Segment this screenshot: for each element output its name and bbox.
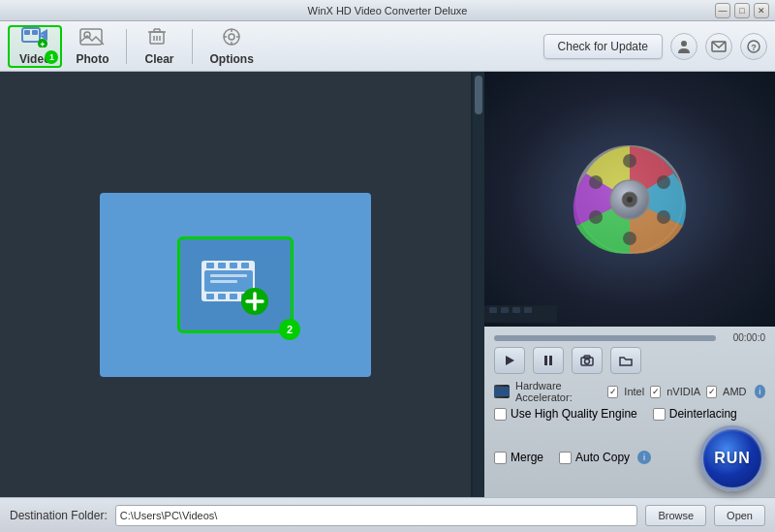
nvidia-label: nVIDIA <box>666 386 700 397</box>
options-label: Options <box>210 52 254 66</box>
clear-icon <box>147 26 170 50</box>
svg-marker-57 <box>506 356 514 365</box>
svg-rect-59 <box>549 356 552 365</box>
video-icon: + <box>21 26 48 50</box>
add-video-badge: 2 <box>279 319 300 340</box>
intel-checkbox[interactable] <box>607 386 618 398</box>
minimize-button[interactable]: — <box>715 3 730 18</box>
right-panel: 00:00:0 <box>484 72 775 497</box>
options-button[interactable]: Options <box>201 25 264 68</box>
pause-button[interactable] <box>533 347 564 374</box>
clear-label: Clear <box>144 52 173 66</box>
deinterlacing-label: Deinterlacing <box>669 407 737 421</box>
destination-input[interactable] <box>115 505 638 526</box>
svg-point-43 <box>623 154 636 168</box>
high-quality-checkbox[interactable] <box>494 408 507 421</box>
high-quality-label: Use High Quality Engine <box>511 407 637 421</box>
svg-rect-54 <box>501 307 509 313</box>
auto-copy-checkbox[interactable] <box>559 452 572 464</box>
photo-button[interactable]: Photo <box>66 25 118 68</box>
svg-text:?: ? <box>751 43 757 52</box>
merge-row: Merge <box>494 451 543 464</box>
video-badge: 1 <box>45 50 58 64</box>
svg-rect-31 <box>241 263 249 268</box>
svg-rect-1 <box>24 30 30 35</box>
close-button[interactable]: ✕ <box>754 3 769 18</box>
svg-point-18 <box>229 34 234 40</box>
svg-rect-7 <box>80 29 102 45</box>
svg-point-51 <box>627 197 633 203</box>
deinterlacing-checkbox[interactable] <box>653 408 666 421</box>
svg-rect-28 <box>206 263 214 268</box>
bottom-bar: Destination Folder: Browse Open <box>0 497 775 532</box>
photo-icon <box>79 26 105 50</box>
svg-point-45 <box>657 210 670 224</box>
amd-checkbox[interactable] <box>706 386 717 398</box>
hw-accelerator-label: Hardware Accelerator: <box>515 380 602 403</box>
browse-button[interactable]: Browse <box>645 505 706 526</box>
intel-label: Intel <box>624 386 644 397</box>
help-icon-button[interactable]: ? <box>740 33 767 60</box>
add-video-box[interactable]: 2 <box>177 236 294 333</box>
svg-rect-29 <box>218 263 226 268</box>
toolbar-separator-1 <box>126 29 127 64</box>
svg-rect-58 <box>544 356 547 365</box>
video-drop-area[interactable]: 2 <box>0 72 473 497</box>
deinterlacing-row: Deinterlacing <box>653 407 737 421</box>
film-strip-tail <box>484 297 562 327</box>
window-controls: — □ ✕ <box>715 3 769 18</box>
svg-point-61 <box>585 360 590 364</box>
preview-area <box>484 72 775 327</box>
left-section: 2 <box>0 72 484 497</box>
svg-point-44 <box>657 175 670 189</box>
svg-rect-37 <box>210 274 247 277</box>
svg-point-46 <box>623 232 636 245</box>
folder-button[interactable] <box>610 347 641 374</box>
svg-rect-33 <box>218 294 226 299</box>
progress-bar[interactable] <box>494 335 716 341</box>
video-button[interactable]: + Video 1 <box>8 25 62 68</box>
auto-copy-row: Auto Copy i <box>559 451 651 464</box>
clear-button[interactable]: Clear <box>135 25 183 68</box>
open-button[interactable]: Open <box>714 505 765 526</box>
scroll-thumb[interactable] <box>475 76 482 114</box>
auto-copy-info-icon[interactable]: i <box>637 451 651 464</box>
amd-label: AMD <box>723 386 746 397</box>
play-button[interactable] <box>494 347 525 374</box>
svg-rect-34 <box>230 294 237 299</box>
hw-info-icon[interactable]: i <box>755 385 765 398</box>
svg-point-23 <box>681 41 687 47</box>
merge-label: Merge <box>511 451 543 464</box>
run-button[interactable]: RUN <box>699 425 765 491</box>
film-reel-icon <box>567 137 693 263</box>
playback-controls <box>494 347 765 374</box>
photo-label: Photo <box>76 52 108 66</box>
svg-rect-55 <box>512 307 520 313</box>
svg-rect-38 <box>210 280 237 283</box>
maximize-button[interactable]: □ <box>734 3 750 18</box>
check-update-button[interactable]: Check for Update <box>543 34 663 59</box>
options-icon <box>220 26 243 50</box>
svg-point-48 <box>589 175 603 189</box>
toolbar-separator-2 <box>192 29 193 64</box>
window-title: WinX HD Video Converter Deluxe <box>308 5 468 16</box>
options-row-2: Merge Auto Copy i RUN <box>494 425 765 491</box>
nvidia-checkbox[interactable] <box>650 386 661 398</box>
options-row-1: Use High Quality Engine Deinterlacing <box>494 407 765 422</box>
controls-area: 00:00:0 <box>484 327 775 497</box>
progress-row: 00:00:0 <box>494 332 765 343</box>
auto-copy-label: Auto Copy <box>575 451 630 464</box>
time-display: 00:00:0 <box>722 332 765 343</box>
user-icon-button[interactable] <box>670 33 698 60</box>
svg-rect-53 <box>489 307 497 313</box>
snapshot-button[interactable] <box>572 347 603 374</box>
email-icon-button[interactable] <box>705 33 732 60</box>
drop-zone[interactable]: 2 <box>100 193 371 377</box>
left-scrollbar[interactable] <box>473 72 484 497</box>
hw-accelerator-row: Hardware Accelerator: Intel nVIDIA AMD i <box>494 380 765 403</box>
toolbar: + Video 1 Photo <box>0 21 775 72</box>
merge-checkbox[interactable] <box>494 452 507 464</box>
svg-rect-56 <box>524 307 532 313</box>
main-area: 2 <box>0 72 775 497</box>
svg-rect-30 <box>230 263 237 268</box>
